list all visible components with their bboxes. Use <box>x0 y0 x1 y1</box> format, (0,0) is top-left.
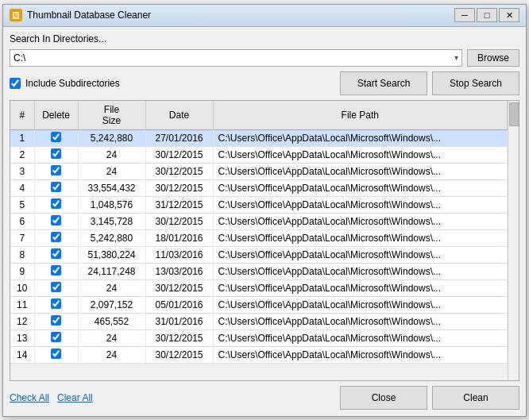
action-buttons: Close Clean <box>340 386 519 410</box>
delete-checkbox[interactable] <box>51 282 61 292</box>
cell-path: C:\Users\Office\AppData\Local\Microsoft\… <box>213 196 508 213</box>
cell-num: 10 <box>10 279 34 296</box>
browse-button[interactable]: Browse <box>467 49 519 67</box>
directory-combo[interactable]: C:\ ▾ <box>10 49 462 67</box>
cell-delete[interactable] <box>34 296 78 313</box>
cell-date: 30/12/2015 <box>145 179 213 196</box>
cell-size: 465,552 <box>78 313 145 329</box>
cell-date: 11/03/2016 <box>145 246 213 263</box>
include-subdirs-checkbox[interactable] <box>10 78 21 89</box>
cell-delete[interactable] <box>34 163 78 179</box>
table-row: 22430/12/2015C:\Users\Office\AppData\Loc… <box>10 146 508 163</box>
delete-checkbox[interactable] <box>51 165 61 175</box>
cell-path: C:\Users\Office\AppData\Local\Microsoft\… <box>213 163 508 179</box>
cell-size: 5,242,880 <box>78 229 145 246</box>
cell-date: 13/03/2016 <box>145 263 213 279</box>
cell-path: C:\Users\Office\AppData\Local\Microsoft\… <box>213 296 508 313</box>
options-row: Include Subdirectories Start Search Stop… <box>10 71 519 95</box>
delete-checkbox[interactable] <box>51 132 61 142</box>
cell-date: 05/01/2016 <box>145 296 213 313</box>
close-window-button[interactable]: ✕ <box>499 8 519 22</box>
cell-size: 33,554,432 <box>78 179 145 196</box>
cell-size: 2,097,152 <box>78 296 145 313</box>
cell-date: 30/12/2015 <box>145 213 213 229</box>
check-all-button[interactable]: Check All <box>10 392 49 403</box>
cell-num: 5 <box>10 196 34 213</box>
table-row: 32430/12/2015C:\Users\Office\AppData\Loc… <box>10 163 508 179</box>
cell-num: 8 <box>10 246 34 263</box>
cell-size: 3,145,728 <box>78 213 145 229</box>
table-row: 924,117,24813/03/2016C:\Users\Office\App… <box>10 263 508 279</box>
cell-path: C:\Users\Office\AppData\Local\Microsoft\… <box>213 346 508 363</box>
stop-search-button[interactable]: Stop Search <box>432 71 519 95</box>
maximize-button[interactable]: □ <box>477 8 497 22</box>
delete-checkbox[interactable] <box>51 265 61 276</box>
delete-checkbox[interactable] <box>51 182 61 192</box>
cell-num: 9 <box>10 263 34 279</box>
delete-checkbox[interactable] <box>51 332 61 342</box>
table-header-row: # Delete FileSize Date File Path <box>10 101 508 130</box>
clear-all-button[interactable]: Clear All <box>57 392 93 403</box>
table-row: 12465,55231/01/2016C:\Users\Office\AppDa… <box>10 313 508 329</box>
cell-num: 2 <box>10 146 34 163</box>
cell-size: 51,380,224 <box>78 246 145 263</box>
table-row: 75,242,88018/01/2016C:\Users\Office\AppD… <box>10 229 508 246</box>
scrollbar-track[interactable] <box>508 101 519 380</box>
delete-checkbox[interactable] <box>51 299 61 309</box>
cell-num: 7 <box>10 229 34 246</box>
delete-checkbox[interactable] <box>51 215 61 225</box>
cell-delete[interactable] <box>34 279 78 296</box>
cell-delete[interactable] <box>34 313 78 329</box>
cell-delete[interactable] <box>34 329 78 346</box>
bottom-row: Check All Clear All Close Clean <box>10 386 519 410</box>
cell-delete[interactable] <box>34 246 78 263</box>
cell-delete[interactable] <box>34 346 78 363</box>
cell-delete[interactable] <box>34 146 78 163</box>
col-header-date: Date <box>145 101 213 130</box>
table-row: 102430/12/2015C:\Users\Office\AppData\Lo… <box>10 279 508 296</box>
table-row: 142430/12/2015C:\Users\Office\AppData\Lo… <box>10 346 508 363</box>
table-scroll-area[interactable]: # Delete FileSize Date File Path 15,242,… <box>10 101 508 380</box>
minimize-button[interactable]: ─ <box>454 8 475 22</box>
cell-delete[interactable] <box>34 213 78 229</box>
table-row: 112,097,15205/01/2016C:\Users\Office\App… <box>10 296 508 313</box>
cell-size: 24 <box>78 163 145 179</box>
cell-delete[interactable] <box>34 229 78 246</box>
app-icon: 🖼 <box>10 9 22 21</box>
cell-size: 5,242,880 <box>78 129 145 146</box>
cell-path: C:\Users\Office\AppData\Local\Microsoft\… <box>213 279 508 296</box>
cell-num: 11 <box>10 296 34 313</box>
title-bar: 🖼 Thumbnail Database Cleaner ─ □ ✕ <box>3 5 526 27</box>
delete-checkbox[interactable] <box>51 249 61 259</box>
cell-delete[interactable] <box>34 179 78 196</box>
delete-checkbox[interactable] <box>51 148 61 159</box>
col-header-path: File Path <box>213 101 508 130</box>
include-subdirs-text: Include Subdirectories <box>25 78 120 89</box>
close-button[interactable]: Close <box>340 386 427 410</box>
link-buttons: Check All Clear All <box>10 392 93 403</box>
table-row: 433,554,43230/12/2015C:\Users\Office\App… <box>10 179 508 196</box>
delete-checkbox[interactable] <box>51 232 61 242</box>
cell-date: 30/12/2015 <box>145 146 213 163</box>
cell-delete[interactable] <box>34 196 78 213</box>
cell-size: 1,048,576 <box>78 196 145 213</box>
clean-button[interactable]: Clean <box>432 386 519 410</box>
delete-checkbox[interactable] <box>51 349 61 359</box>
delete-checkbox[interactable] <box>51 198 61 209</box>
start-search-button[interactable]: Start Search <box>340 71 427 95</box>
cell-date: 18/01/2016 <box>145 229 213 246</box>
window-controls: ─ □ ✕ <box>454 8 519 22</box>
delete-checkbox[interactable] <box>51 315 61 326</box>
cell-path: C:\Users\Office\AppData\Local\Microsoft\… <box>213 179 508 196</box>
col-header-size: FileSize <box>78 101 145 130</box>
cell-delete[interactable] <box>34 129 78 146</box>
scrollbar-thumb[interactable] <box>509 102 519 126</box>
cell-date: 30/12/2015 <box>145 279 213 296</box>
include-subdirs-label[interactable]: Include Subdirectories <box>10 78 120 89</box>
cell-num: 14 <box>10 346 34 363</box>
cell-size: 24 <box>78 346 145 363</box>
main-window: 🖼 Thumbnail Database Cleaner ─ □ ✕ Searc… <box>2 4 527 417</box>
table-row: 51,048,57631/12/2015C:\Users\Office\AppD… <box>10 196 508 213</box>
cell-num: 3 <box>10 163 34 179</box>
cell-delete[interactable] <box>34 263 78 279</box>
